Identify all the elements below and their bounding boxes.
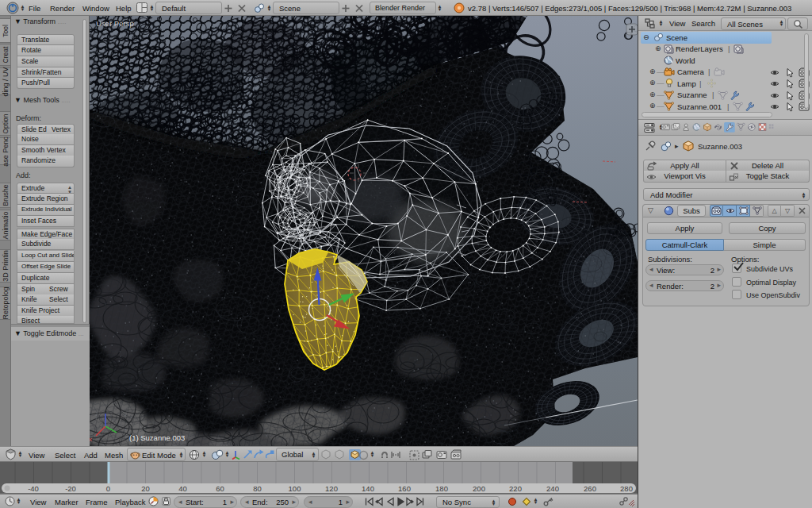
svg-text:240: 240: [546, 484, 559, 493]
svg-text:80: 80: [253, 484, 262, 493]
svg-text:100: 100: [289, 484, 301, 493]
svg-text:20: 20: [141, 484, 150, 493]
svg-text:User Persp: User Persp: [96, 19, 134, 28]
svg-text:-20: -20: [65, 484, 76, 493]
svg-text:260: 260: [584, 484, 596, 493]
svg-text:200: 200: [473, 484, 485, 493]
svg-text:120: 120: [325, 484, 338, 493]
svg-text:60: 60: [216, 484, 224, 493]
svg-text:140: 140: [362, 484, 374, 493]
svg-text:0: 0: [106, 484, 110, 493]
svg-text:40: 40: [178, 484, 187, 493]
svg-text:180: 180: [435, 484, 448, 493]
svg-text:220: 220: [509, 484, 522, 493]
svg-text:-40: -40: [28, 484, 39, 493]
svg-text:280: 280: [620, 484, 633, 493]
svg-text:(1) Suzanne.003: (1) Suzanne.003: [129, 433, 185, 442]
svg-text:160: 160: [398, 484, 411, 493]
